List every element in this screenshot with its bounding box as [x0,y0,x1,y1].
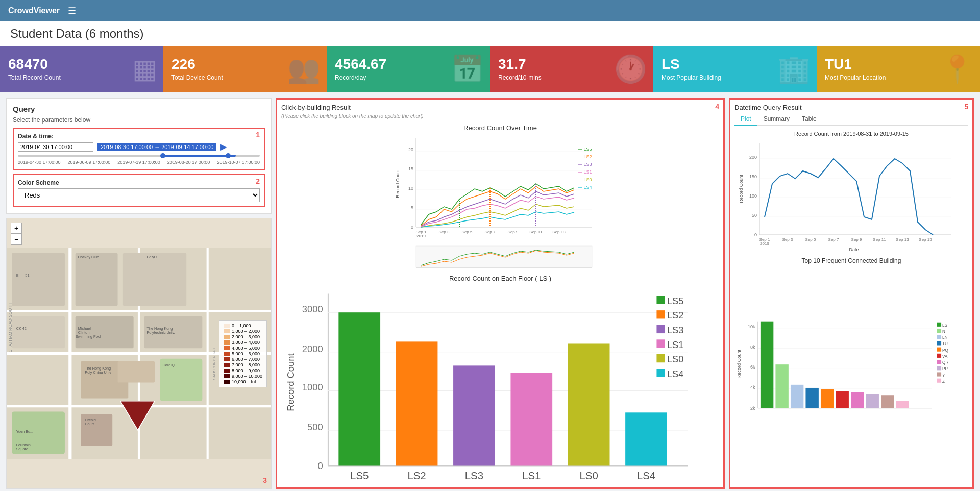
slider-label: 2019-06-09 17:00:00 [68,160,111,165]
stat-value-popular-location: TU1 [825,57,886,72]
svg-text:PP: PP [942,366,948,371]
svg-rect-139 [761,322,773,408]
stat-card-total-devices: 226 Total Device Count 👥 [163,46,327,92]
color-scheme-select[interactable]: Reds Blues Greens [18,188,260,202]
click-panel-number: 4 [715,103,719,111]
map-container[interactable]: + − [6,218,272,489]
stat-value-record-per-10min: 31.7 [498,57,542,72]
svg-text:Sep 13: Sep 13 [552,230,566,234]
svg-text:Polytechnic Univ.: Polytechnic Univ. [147,330,175,335]
svg-text:LS5: LS5 [667,296,684,306]
svg-text:LS1: LS1 [522,470,541,481]
svg-rect-160 [937,354,941,358]
top-bar-chart-title: Top 10 Frequent Connected Building [734,257,968,264]
slider-label: 2019-04-30 17:00:00 [18,160,61,165]
stat-card-record-per-day: 4564.67 Record/day 📅 [327,46,490,92]
line-chart-title: Record Count Over Time [281,124,719,132]
top-bar-chart-svg: 2k 4k 6k 8k 10k [734,265,968,483]
svg-text:Record Count: Record Count [285,353,296,411]
svg-rect-84 [510,373,552,466]
svg-rect-164 [937,366,941,370]
svg-text:Bl — 51: Bl — 51 [16,273,30,278]
stat-card-popular-building: LS Most Popular Building 🏢 [653,46,817,92]
svg-rect-140 [775,364,788,408]
stat-label-record-per-day: Record/day [335,74,386,81]
svg-rect-81 [338,312,380,465]
stat-label-total-records: Total Record Count [8,74,61,81]
svg-text:1000: 1000 [302,382,323,392]
svg-rect-156 [937,341,941,345]
slider-label: 2019-10-07 17:00:00 [217,160,260,165]
svg-rect-166 [937,372,941,376]
svg-text:LS2: LS2 [407,470,426,481]
svg-rect-158 [937,348,941,352]
query-section: Query Select the parameters below Date &… [6,98,272,214]
date-slider-track[interactable] [18,155,260,157]
svg-text:2k: 2k [750,406,755,411]
datetime-panel-title: Datetime Query Result [734,104,968,111]
map-legend-item: 8,000 – 9,000 [224,368,262,373]
tab-plot[interactable]: Plot [734,113,757,126]
zoom-out-button[interactable]: − [11,234,22,245]
tab-summary[interactable]: Summary [757,113,796,126]
svg-text:LS1: LS1 [667,339,684,350]
svg-text:Sep 11: Sep 11 [529,230,543,234]
svg-text:Record Count: Record Count [395,169,400,198]
nav-arrow-right[interactable]: ▶ [220,142,227,152]
date-param-box: Date & time: 2019-08-30 17:00:00 → 2019-… [13,128,265,170]
stat-card-record-per-10min: 31.7 Record/10-mins 🕐 [490,46,653,92]
date-start-input[interactable] [18,142,93,152]
date-range-display: 2019-08-30 17:00:00 → 2019-09-14 17:00:0… [97,143,216,151]
param2-number: 2 [256,177,260,185]
bar-chart-title: Record Count on Each Floor ( LS ) [281,275,719,282]
color-label: Color Scheme [18,179,260,186]
map-legend-item: 7,000 – 8,000 [224,362,262,367]
svg-text:10k: 10k [748,324,755,329]
tabs-row: Plot Summary Table [734,113,968,126]
datetime-panel-number: 5 [964,103,968,111]
param1-number: 1 [256,131,260,139]
stat-label-record-per-10min: Record/10-mins [498,74,542,81]
svg-rect-145 [851,392,864,408]
svg-rect-143 [821,389,834,408]
svg-text:LS4: LS4 [637,470,655,481]
svg-rect-147 [881,395,894,408]
svg-text:VA: VA [942,354,948,359]
svg-rect-150 [937,323,941,327]
zoom-in-button[interactable]: + [11,223,22,234]
stat-icon-total-devices: 👥 [287,54,321,85]
svg-text:5: 5 [411,205,413,210]
svg-rect-12 [12,253,65,306]
svg-text:Record Count: Record Count [737,349,742,378]
svg-text:LS4: LS4 [667,369,684,379]
svg-text:100: 100 [749,193,757,199]
map-legend-item: 3,000 – 4,000 [224,340,262,345]
menu-icon[interactable]: ☰ [68,5,76,16]
svg-text:6k: 6k [750,364,755,370]
left-panel: Query Select the parameters below Date &… [6,98,272,489]
svg-text:0: 0 [754,232,757,237]
svg-text:PQ: PQ [942,348,948,353]
svg-text:Yuen Bu...: Yuen Bu... [16,429,33,434]
svg-text:Sep 3: Sep 3 [782,237,793,242]
svg-rect-144 [836,391,848,408]
line-chart-svg: 0 5 10 15 20 Sep 1 2019 Sep 3 Sep 5 Sep … [281,133,719,245]
stat-label-popular-location: Most Popular Location [825,74,886,81]
svg-text:50: 50 [752,213,757,218]
svg-text:PolyU: PolyU [147,255,157,259]
stat-icon-total-records: ▦ [132,54,157,84]
datetime-line-chart-title: Record Count from 2019-08-31 to 2019-09-… [734,131,968,137]
svg-text:Date: Date [849,247,859,252]
svg-text:Sep 13: Sep 13 [896,237,909,242]
svg-text:2019: 2019 [416,234,426,238]
tab-table[interactable]: Table [796,113,823,126]
svg-text:CHATHAM ROAD SOUTH: CHATHAM ROAD SOUTH [8,303,13,353]
color-scheme-box: Color Scheme Reds Blues Greens 2 [13,174,265,207]
svg-text:200: 200 [749,155,757,160]
map-legend-item: 5,000 – 6,000 [224,351,262,356]
svg-rect-146 [866,394,878,408]
svg-text:LS0: LS0 [579,470,598,481]
query-subtitle: Select the parameters below [13,116,265,124]
svg-text:— LS2: — LS2 [578,154,592,159]
map-legend: 0 – 1,0001,000 – 2,0002,000 – 3,0003,000… [219,320,267,387]
